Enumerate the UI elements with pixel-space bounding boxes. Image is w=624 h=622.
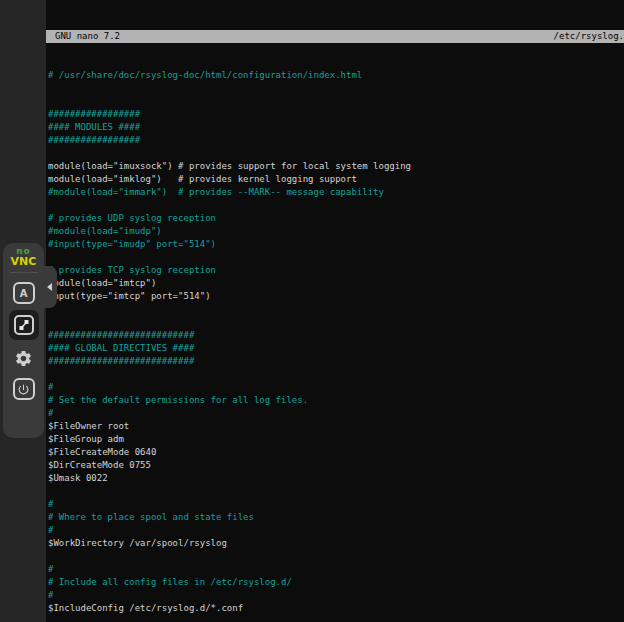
terminal-line: input(type="imtcp" port="514") xyxy=(46,290,624,303)
terminal-line: module(load="imklog") # provides kernel … xyxy=(46,173,624,186)
terminal-line: # Where to place spool and state files xyxy=(46,511,624,524)
terminal-line: #### MODULES #### xyxy=(46,121,624,134)
terminal-line: $WorkDirectory /var/spool/rsyslog xyxy=(46,537,624,550)
terminal-line: # xyxy=(46,381,624,394)
terminal-line: # xyxy=(46,498,624,511)
terminal-line: # /usr/share/doc/rsyslog-doc/html/config… xyxy=(46,69,624,82)
terminal-line: ########################### xyxy=(46,329,624,342)
terminal-line: ########################### xyxy=(46,355,624,368)
terminal-line: #module(load="imudp") xyxy=(46,225,624,238)
terminal-line: # Include all config files in /etc/rsysl… xyxy=(46,576,624,589)
terminal-line xyxy=(46,95,624,108)
fullscreen-icon xyxy=(14,315,34,335)
vnc-screen: GNU nano 7.2 /etc/rsyslog. # /usr/share/… xyxy=(0,0,624,622)
nano-filename-label: /etc/rsyslog. xyxy=(550,30,624,43)
settings-button[interactable] xyxy=(13,347,35,369)
terminal-line xyxy=(46,316,624,329)
terminal-line: # xyxy=(46,407,624,420)
terminal-line xyxy=(46,199,624,212)
vnc-control-panel: no VNC A xyxy=(3,243,44,438)
terminal-line: #input(type="imudp" port="514") xyxy=(46,238,624,251)
terminal-line: # xyxy=(46,589,624,602)
terminal-line: ################# xyxy=(46,108,624,121)
terminal-line xyxy=(46,485,624,498)
terminal-line: # Set the default permissions for all lo… xyxy=(46,394,624,407)
terminal-line: # xyxy=(46,563,624,576)
nano-terminal[interactable]: GNU nano 7.2 /etc/rsyslog. # /usr/share/… xyxy=(46,0,624,622)
terminal-line xyxy=(46,82,624,95)
terminal-line xyxy=(46,251,624,264)
terminal-line: $FileGroup adm xyxy=(46,433,624,446)
terminal-line: $Umask 0022 xyxy=(46,472,624,485)
nano-version-label: GNU nano 7.2 xyxy=(46,30,120,43)
terminal-line: $IncludeConfig /etc/rsyslog.d/*.conf xyxy=(46,602,624,615)
terminal-line xyxy=(46,303,624,316)
clipboard-icon: A xyxy=(20,288,28,299)
terminal-line: $DirCreateMode 0755 xyxy=(46,459,624,472)
terminal-line xyxy=(46,368,624,381)
terminal-line xyxy=(46,147,624,160)
terminal-line: ################# xyxy=(46,134,624,147)
gear-icon xyxy=(14,349,33,368)
terminal-line: #### GLOBAL DIRECTIVES #### xyxy=(46,342,624,355)
terminal-line xyxy=(46,550,624,563)
terminal-lines: # /usr/share/doc/rsyslog-doc/html/config… xyxy=(46,69,624,622)
nano-titlebar: GNU nano 7.2 /etc/rsyslog. xyxy=(46,30,624,43)
fullscreen-button[interactable] xyxy=(9,310,39,340)
terminal-line: module(load="imtcp") xyxy=(46,277,624,290)
terminal-line: # provides TCP syslog reception xyxy=(46,264,624,277)
chevron-left-icon xyxy=(47,283,52,291)
clipboard-button[interactable]: A xyxy=(13,282,35,304)
terminal-line: $FileCreateMode 0640 xyxy=(46,446,624,459)
novnc-logo-vnc: VNC xyxy=(11,256,37,267)
terminal-line: #module(load="immark") # provides --MARK… xyxy=(46,186,624,199)
terminal-line: $FileOwner root xyxy=(46,420,624,433)
power-icon xyxy=(17,383,30,396)
disconnect-button[interactable] xyxy=(13,378,35,400)
terminal-line: # provides UDP syslog reception xyxy=(46,212,624,225)
panel-divider xyxy=(10,272,38,273)
terminal-line xyxy=(46,615,624,622)
terminal-line: # xyxy=(46,524,624,537)
novnc-logo: no VNC xyxy=(11,247,37,267)
terminal-line: module(load="imuxsock") # provides suppo… xyxy=(46,160,624,173)
